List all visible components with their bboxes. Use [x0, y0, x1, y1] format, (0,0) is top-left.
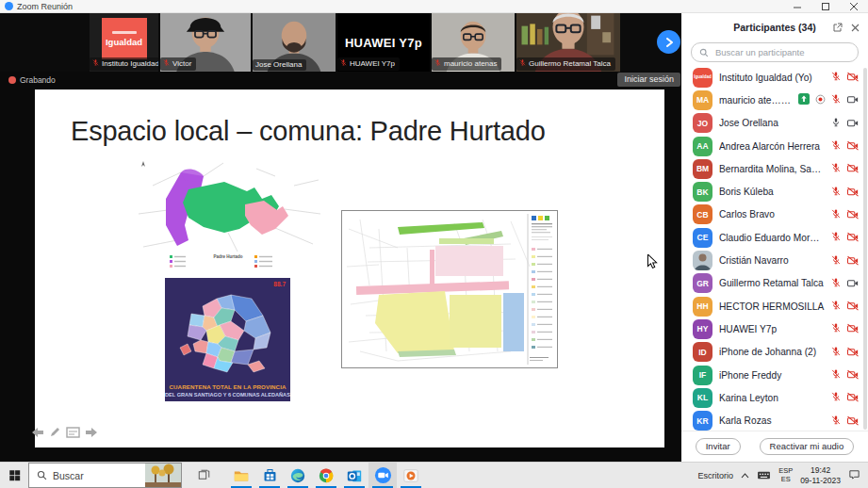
thumbnail-name-label: Victor	[160, 57, 196, 71]
mic-muted-icon	[831, 160, 841, 177]
participant-row[interactable]: KLKarina Leyton	[681, 386, 868, 409]
participants-panel: Participantes (34) IgualdadInstituto Igu…	[681, 13, 868, 462]
comuna-map-image: Padre Hurtado	[134, 157, 322, 275]
camera-off-icon	[846, 69, 860, 86]
video-thumbnail[interactable]: IgualdadInstituto Igualdad	[90, 13, 158, 72]
windows-taskbar: Buscar Escritorio ESP ES 19:42 09-11-202…	[0, 462, 868, 488]
window-titlebar: Zoom Reunión	[0, 0, 868, 13]
screen-share-icon	[798, 91, 810, 108]
sign-in-button[interactable]: Iniciar sesión	[617, 73, 680, 87]
participant-row[interactable]: HHHECTOR HERMOSILLA	[681, 295, 868, 317]
participant-row[interactable]: HYHUAWEI Y7p	[681, 317, 868, 340]
participant-row[interactable]: BKBoris Kúleba	[681, 180, 868, 203]
unmute-audio-button[interactable]: Reactivar mi audio	[760, 438, 855, 455]
file-explorer-taskbar-icon[interactable]	[227, 463, 255, 488]
participant-row[interactable]: BMBernardita Molina, San Bernardo	[681, 157, 868, 180]
participant-name: iPhone de Johanna (2)	[719, 347, 825, 357]
participant-list: IgualdadInstituto Igualdad (Yo)MAmaurici…	[681, 66, 868, 431]
participant-avatar: BM	[693, 159, 712, 179]
recording-label: Grabando	[20, 75, 56, 85]
touch-keyboard-icon[interactable]	[757, 467, 771, 484]
next-page-videos-button[interactable]	[657, 30, 680, 54]
video-thumbnail[interactable]: mauricio atenas	[432, 13, 515, 72]
participant-avatar: HY	[693, 319, 712, 339]
camera-off-icon	[846, 160, 860, 177]
participant-row[interactable]: IFiPhone Freddy	[681, 364, 868, 386]
mouse-cursor	[647, 254, 658, 273]
mic-muted-icon	[831, 298, 841, 315]
close-icon[interactable]	[840, 0, 868, 12]
desktop-label[interactable]: Escritorio	[698, 471, 734, 480]
participant-avatar: ID	[693, 342, 712, 362]
mic-muted-icon	[434, 58, 441, 69]
taskbar-search-box[interactable]: Buscar	[28, 463, 182, 488]
presenter-toolbar	[31, 425, 98, 442]
mic-on-icon	[831, 115, 841, 132]
thumbnail-name-label: Instituto Igualdad	[90, 57, 158, 71]
participant-row[interactable]: KRKarla Rozas	[681, 409, 868, 431]
cuarentena-map-logo: 88.7	[273, 281, 286, 287]
mic-muted-icon	[831, 184, 841, 201]
invite-button[interactable]: Invitar	[696, 438, 741, 455]
maximize-icon[interactable]	[811, 0, 840, 12]
close-panel-icon[interactable]	[851, 19, 860, 36]
video-thumbnail[interactable]: Guillermo Retamal Talca	[516, 13, 620, 72]
clock[interactable]: 19:42 09-11-2023	[800, 465, 841, 485]
participant-row[interactable]: CEClaudio Eduardo Morales Barrios	[681, 226, 868, 249]
participant-name: Karla Rozas	[719, 415, 825, 426]
system-tray: Escritorio ESP ES 19:42 09-11-2023	[698, 463, 868, 488]
mic-muted-icon	[831, 413, 841, 430]
participant-search-input[interactable]	[713, 46, 850, 58]
participant-row[interactable]: MAmauricio ate… (Anfitrión)	[681, 89, 868, 111]
participant-name: Andrea Alarcón Herrera	[719, 141, 825, 152]
mic-muted-icon	[831, 366, 841, 383]
thumbnail-name-label: HUAWEI Y7p	[337, 57, 400, 71]
pen-tool-icon[interactable]	[49, 425, 61, 442]
notification-center-icon[interactable]	[848, 467, 860, 484]
participant-row[interactable]: CBCarlos Bravo	[681, 203, 868, 226]
recording-dot-icon	[8, 76, 16, 84]
camera-off-icon	[846, 389, 860, 406]
camera-off-icon	[846, 252, 860, 269]
participants-header: Participantes (34)	[681, 13, 868, 39]
participant-row[interactable]: JOJose Orellana	[681, 112, 868, 135]
participant-row[interactable]: GRGuillermo Retamal Talca	[681, 272, 868, 295]
participant-search-box[interactable]	[691, 42, 859, 62]
video-thumbnail[interactable]: HUAWEI Y7pHUAWEI Y7p	[337, 13, 430, 72]
camera-off-icon	[846, 184, 860, 201]
participant-row[interactable]: AAAndrea Alarcón Herrera	[681, 135, 868, 157]
chrome-taskbar-icon[interactable]	[312, 463, 340, 488]
window-title: Zoom Reunión	[17, 2, 73, 11]
store-taskbar-icon[interactable]	[255, 463, 284, 488]
edge-taskbar-icon[interactable]	[284, 463, 312, 488]
mic-muted-icon	[92, 58, 99, 69]
slide-title: Espacio local – comuna: Padre Hurtado	[71, 116, 546, 147]
next-slide-icon[interactable]	[85, 425, 98, 442]
previous-slide-icon[interactable]	[31, 425, 44, 442]
outlook-taskbar-icon[interactable]	[340, 463, 368, 488]
participant-row[interactable]: IgualdadInstituto Igualdad (Yo)	[681, 66, 868, 89]
minimize-icon[interactable]	[783, 0, 811, 12]
participant-avatar: CB	[693, 204, 712, 224]
participants-title: Participantes (34)	[733, 22, 816, 33]
media-player-taskbar-icon[interactable]	[397, 463, 425, 488]
video-thumbnail[interactable]: Victor	[160, 13, 251, 72]
camera-off-icon	[846, 344, 860, 361]
video-thumbnail[interactable]: Jose Orellana	[253, 13, 336, 72]
start-button[interactable]	[0, 463, 28, 488]
task-view-icon[interactable]	[189, 463, 218, 488]
participant-name: Carlos Bravo	[719, 209, 825, 220]
participant-row[interactable]: IDiPhone de Johanna (2)	[681, 341, 868, 364]
participant-row[interactable]: Cristián Navarro	[681, 249, 868, 271]
tray-expand-icon[interactable]	[741, 471, 749, 480]
popout-panel-icon[interactable]	[833, 19, 843, 36]
comuna-map-legend-title: Padre Hurtado	[134, 254, 322, 259]
participant-name: HUAWEI Y7p	[719, 324, 825, 334]
participant-name: HECTOR HERMOSILLA	[719, 301, 825, 312]
participants-scrollbar[interactable]	[863, 68, 867, 430]
camera-off-icon	[846, 229, 860, 246]
language-indicator[interactable]: ESP ES	[778, 467, 793, 483]
mic-muted-icon	[831, 91, 841, 108]
zoom-taskbar-icon[interactable]	[368, 463, 397, 488]
slide-menu-icon[interactable]	[66, 425, 80, 442]
